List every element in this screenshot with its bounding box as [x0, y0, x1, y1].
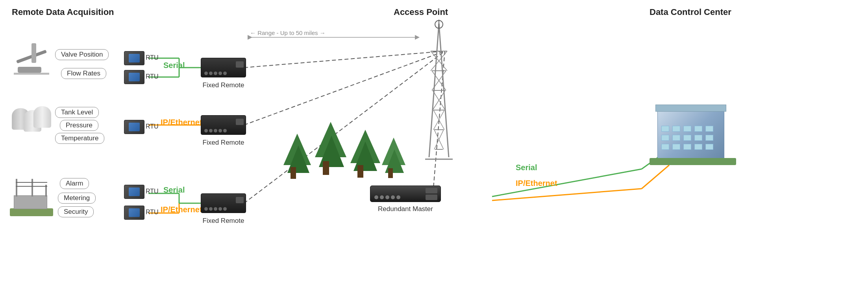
ethernet-label-1: IP/Ethernet [161, 118, 202, 127]
fixed-remote-3 [201, 193, 246, 213]
metering-label: Metering [58, 193, 96, 204]
rtu-label-2: RTU [146, 73, 159, 80]
temperature-label: Temperature [55, 133, 104, 144]
rtu-device-3 [124, 120, 144, 134]
remote-data-acquisition-title: Remote Data Acquisition [12, 7, 114, 17]
security-label: Security [58, 206, 94, 217]
svg-line-11 [244, 51, 445, 68]
serial-label-1: Serial [163, 61, 185, 70]
fixed-remote-2 [201, 115, 246, 135]
ethernet-label-3: IP/Ethernet [516, 179, 557, 188]
access-point-title: Access Point [394, 7, 448, 17]
svg-line-15 [492, 169, 642, 197]
rtu-label-4: RTU [146, 188, 159, 195]
serial-label-2: Serial [163, 186, 185, 195]
access-point-tower [423, 20, 455, 171]
rtu-device-2 [124, 70, 144, 84]
ethernet-label-2: IP/Ethernet [161, 205, 202, 214]
fixed-remote-label-1: Fixed Remote [201, 81, 246, 89]
svg-line-16 [492, 189, 642, 200]
pump-illustration [12, 39, 55, 86]
flow-rates-label: Flow Rates [61, 68, 106, 79]
rtu-label-3: RTU [146, 123, 159, 130]
serial-label-3: Serial [516, 163, 537, 172]
data-control-center-title: Data Control Center [650, 7, 731, 17]
pressure-label: Pressure [60, 120, 98, 131]
alarm-label: Alarm [60, 178, 89, 189]
substation-illustration [10, 173, 53, 216]
svg-line-12 [244, 51, 445, 125]
data-center-building [650, 86, 736, 165]
rtu-device-4 [124, 185, 144, 199]
tank-level-label: Tank Level [55, 107, 99, 118]
rtu-label-5: RTU [146, 209, 159, 216]
rtu-device-1 [124, 51, 144, 65]
redundant-master-device [370, 186, 441, 202]
rtu-label-1: RTU [146, 54, 159, 61]
range-label: ← Range - Up to 50 miles → [250, 29, 326, 36]
diagram-container: Remote Data Acquisition Access Point Dat… [0, 0, 868, 283]
fixed-remote-label-2: Fixed Remote [201, 139, 246, 147]
rtu-device-5 [124, 206, 144, 220]
svg-line-18 [642, 165, 669, 189]
fixed-remote-label-3: Fixed Remote [201, 217, 246, 225]
redundant-master-label: Redundant Master [370, 205, 441, 213]
tanks-illustration [12, 104, 53, 140]
fixed-remote-1 [201, 58, 246, 77]
valve-position-label: Valve Position [55, 49, 109, 60]
